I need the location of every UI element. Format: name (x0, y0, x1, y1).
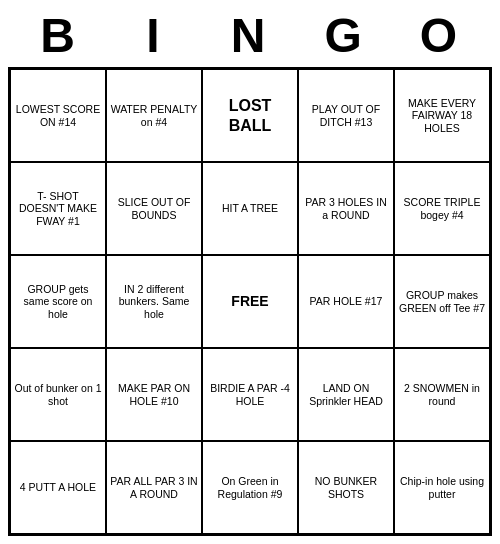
bingo-grid: LOWEST SCORE ON #14WATER PENALTY on #4LO… (8, 67, 492, 536)
letter-b: B (12, 8, 107, 63)
letter-i: I (107, 8, 202, 63)
bingo-cell-9: SCORE TRIPLE bogey #4 (394, 162, 490, 255)
bingo-cell-21: PAR ALL PAR 3 IN A ROUND (106, 441, 202, 534)
bingo-cell-7: HIT A TREE (202, 162, 298, 255)
bingo-title: B I N G O (8, 8, 492, 63)
bingo-cell-24: Chip-in hole using putter (394, 441, 490, 534)
bingo-cell-22: On Green in Regulation #9 (202, 441, 298, 534)
letter-g: G (298, 8, 393, 63)
bingo-cell-8: PAR 3 HOLES IN a ROUND (298, 162, 394, 255)
bingo-cell-19: 2 SNOWMEN in round (394, 348, 490, 441)
letter-o: O (393, 8, 488, 63)
bingo-cell-18: LAND ON Sprinkler HEAD (298, 348, 394, 441)
bingo-cell-17: BIRDIE A PAR -4 HOLE (202, 348, 298, 441)
bingo-cell-2: LOST BALL (202, 69, 298, 162)
bingo-cell-12: FREE (202, 255, 298, 348)
bingo-cell-20: 4 PUTT A HOLE (10, 441, 106, 534)
bingo-cell-5: T- SHOT DOESN'T MAKE FWAY #1 (10, 162, 106, 255)
bingo-cell-10: GROUP gets same score on hole (10, 255, 106, 348)
bingo-cell-4: MAKE EVERY FAIRWAY 18 HOLES (394, 69, 490, 162)
bingo-cell-23: NO BUNKER SHOTS (298, 441, 394, 534)
bingo-cell-0: LOWEST SCORE ON #14 (10, 69, 106, 162)
bingo-cell-6: SLICE OUT OF BOUNDS (106, 162, 202, 255)
bingo-cell-1: WATER PENALTY on #4 (106, 69, 202, 162)
bingo-cell-15: Out of bunker on 1 shot (10, 348, 106, 441)
bingo-cell-13: PAR HOLE #17 (298, 255, 394, 348)
bingo-cell-14: GROUP makes GREEN off Tee #7 (394, 255, 490, 348)
bingo-cell-11: IN 2 different bunkers. Same hole (106, 255, 202, 348)
letter-n: N (202, 8, 297, 63)
bingo-cell-16: MAKE PAR ON HOLE #10 (106, 348, 202, 441)
bingo-cell-3: PLAY OUT OF DITCH #13 (298, 69, 394, 162)
